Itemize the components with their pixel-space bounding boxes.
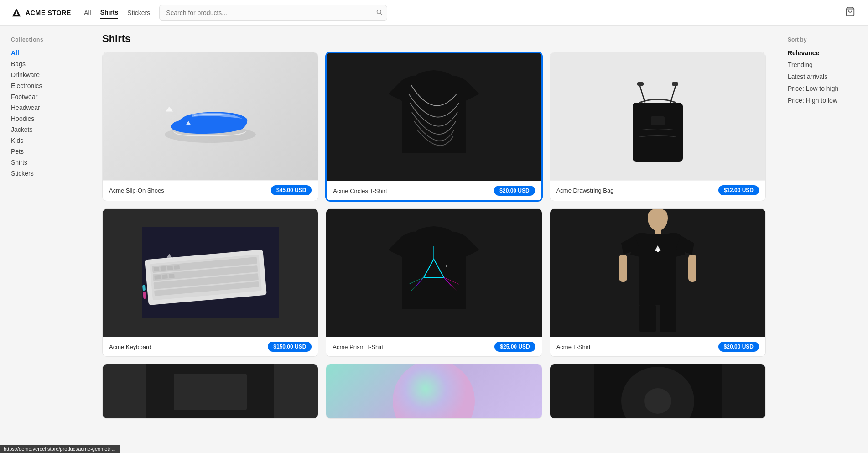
svg-rect-10	[672, 82, 678, 86]
product-card-1[interactable]: Acme Circles T-Shirt $20.00 USD	[326, 52, 542, 201]
sidebar-item-bags[interactable]: Bags	[11, 59, 80, 68]
sidebar-item-electronics[interactable]: Electronics	[11, 81, 80, 90]
product-grid: Acme Slip-On Shoes $45.00 USD	[102, 52, 766, 419]
svg-rect-27	[142, 285, 146, 291]
prism-tshirt-svg	[370, 213, 498, 332]
product-card-8[interactable]	[550, 364, 766, 419]
nav-all[interactable]: All	[84, 7, 91, 18]
sidebar-item-kids[interactable]: Kids	[11, 136, 80, 145]
search-icon	[376, 9, 383, 16]
svg-rect-45	[660, 305, 676, 332]
nav-shirts[interactable]: Shirts	[100, 7, 119, 19]
product-image-0	[103, 52, 318, 180]
main-content: Shirts	[91, 26, 777, 453]
product-image-1	[327, 53, 541, 181]
svg-rect-25	[169, 274, 175, 278]
main-nav: All Shirts Stickers	[84, 7, 150, 19]
sidebar: Collections All Bags Drinkware Electroni…	[0, 26, 91, 453]
product-card-3[interactable]: Acme Keyboard $150.00 USD	[102, 208, 318, 357]
svg-line-1	[380, 13, 382, 15]
svg-rect-20	[161, 266, 166, 271]
header: ACME STORE All Shirts Stickers	[0, 0, 868, 26]
sort-item-price-high[interactable]: Price: High to low	[788, 96, 857, 105]
sidebar-item-jackets[interactable]: Jackets	[11, 125, 80, 134]
logo[interactable]: ACME STORE	[11, 7, 71, 18]
svg-rect-44	[639, 305, 656, 332]
product-name-1: Acme Circles T-Shirt	[333, 187, 387, 194]
svg-rect-47	[174, 374, 247, 410]
sidebar-item-pets[interactable]: Pets	[11, 147, 80, 156]
search-button[interactable]	[376, 9, 383, 17]
tshirt2-svg	[594, 209, 722, 337]
search-container	[159, 5, 387, 21]
product-footer-2: Acme Drawstring Bag $12.00 USD	[550, 180, 765, 200]
circles-tshirt-svg	[370, 57, 498, 176]
sidebar-item-footwear[interactable]: Footwear	[11, 92, 80, 101]
product-card-4[interactable]: Acme Prism T-Shirt $25.00 USD	[326, 208, 542, 357]
product-image-8	[550, 364, 765, 419]
svg-rect-41	[657, 249, 659, 252]
product-footer-0: Acme Slip-On Shoes $45.00 USD	[103, 180, 318, 200]
product-name-2: Acme Drawstring Bag	[556, 187, 614, 194]
product-name-0: Acme Slip-On Shoes	[109, 187, 164, 194]
sidebar-item-hoodies[interactable]: Hoodies	[11, 114, 80, 123]
product-price-5: $20.00 USD	[718, 342, 759, 352]
product-card-7[interactable]	[326, 364, 542, 419]
collections-label: Collections	[11, 36, 80, 43]
product-name-3: Acme Keyboard	[109, 344, 151, 350]
product-name-4: Acme Prism T-Shirt	[333, 344, 384, 350]
product-footer-1: Acme Circles T-Shirt $20.00 USD	[327, 181, 541, 200]
product-footer-4: Acme Prism T-Shirt $25.00 USD	[326, 337, 541, 356]
product-price-2: $12.00 USD	[718, 185, 759, 195]
search-input[interactable]	[159, 5, 387, 21]
sidebar-item-drinkware[interactable]: Drinkware	[11, 70, 80, 79]
logo-icon	[11, 7, 22, 18]
svg-rect-24	[162, 274, 168, 279]
cart-icon	[845, 6, 855, 16]
product-card-0[interactable]: Acme Slip-On Shoes $45.00 USD	[102, 52, 318, 201]
sort-item-latest[interactable]: Latest arrivals	[788, 72, 857, 81]
sort-panel: Sort by Relevance Trending Latest arriva…	[777, 26, 868, 453]
product-image-3	[103, 209, 318, 337]
sort-list: Relevance Trending Latest arrivals Price…	[788, 48, 857, 105]
product-name-5: Acme T-Shirt	[556, 344, 591, 350]
page-header-row: Shirts	[102, 33, 766, 45]
cart-button[interactable]	[843, 5, 857, 21]
status-bar: https://demo.vercel.store/product/acme-g…	[0, 445, 120, 453]
shoe-svg	[146, 75, 274, 157]
product-card-5[interactable]: Acme T-Shirt $20.00 USD	[550, 208, 766, 357]
partial-svg-1	[370, 364, 498, 419]
svg-rect-19	[154, 267, 160, 271]
svg-rect-23	[154, 275, 161, 280]
svg-rect-9	[637, 82, 644, 86]
product-image-6	[103, 364, 318, 419]
page-layout: Collections All Bags Drinkware Electroni…	[0, 26, 868, 453]
sort-item-price-low[interactable]: Price: Low to high	[788, 84, 857, 93]
sidebar-item-stickers[interactable]: Stickers	[11, 169, 80, 178]
product-price-1: $20.00 USD	[494, 186, 535, 196]
product-card-2[interactable]: Acme Drawstring Bag $12.00 USD	[550, 52, 766, 201]
svg-rect-42	[619, 255, 627, 282]
sort-item-trending[interactable]: Trending	[788, 60, 857, 69]
page-title: Shirts	[102, 33, 130, 45]
svg-rect-22	[174, 265, 180, 270]
nav-stickers[interactable]: Stickers	[127, 7, 150, 18]
svg-point-37	[446, 265, 447, 267]
product-image-7	[326, 364, 541, 419]
sidebar-item-shirts[interactable]: Shirts	[11, 158, 80, 167]
product-footer-3: Acme Keyboard $150.00 USD	[103, 337, 318, 356]
svg-rect-6	[633, 103, 683, 162]
partial-svg-2	[594, 364, 722, 419]
product-price-0: $45.00 USD	[271, 185, 312, 195]
partial-svg-0	[146, 364, 274, 419]
sort-label: Sort by	[788, 36, 857, 43]
svg-rect-43	[688, 255, 696, 282]
sidebar-item-headwear[interactable]: Headwear	[11, 103, 80, 112]
product-card-6[interactable]	[102, 364, 318, 419]
sort-item-relevance[interactable]: Relevance	[788, 48, 857, 57]
svg-line-8	[670, 84, 676, 103]
sidebar-item-all[interactable]: All	[11, 48, 80, 57]
svg-point-0	[377, 10, 381, 14]
product-image-2	[550, 52, 765, 180]
product-footer-5: Acme T-Shirt $20.00 USD	[550, 337, 765, 356]
